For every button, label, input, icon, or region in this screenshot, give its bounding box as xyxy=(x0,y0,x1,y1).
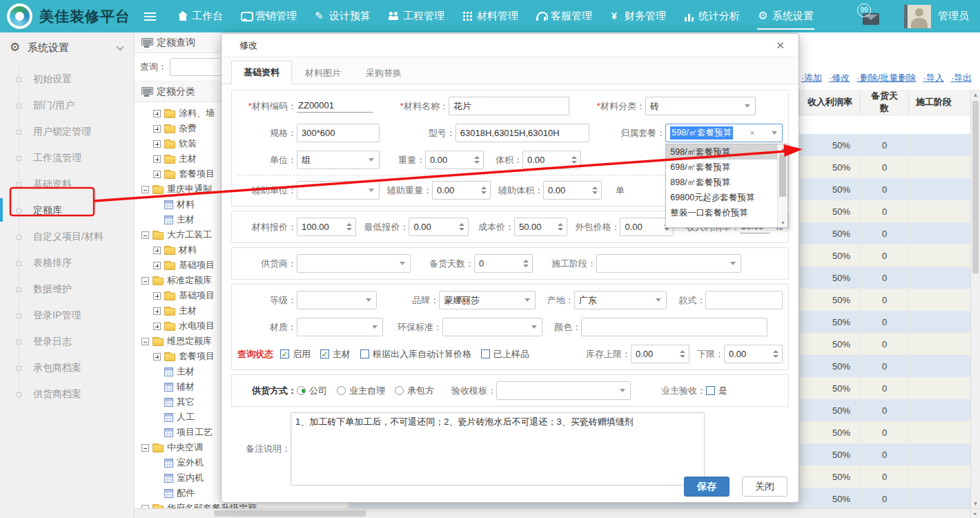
toolbar-link-导出[interactable]: ·导出 xyxy=(951,73,972,83)
owner-accept-checkbox[interactable] xyxy=(706,386,715,395)
sidebar-item-用户锁定管理[interactable]: 用户锁定管理 xyxy=(0,118,134,144)
expand-icon[interactable] xyxy=(153,323,161,330)
column-header-备货天数[interactable]: 备货天数 xyxy=(861,90,909,115)
collapse-icon[interactable] xyxy=(141,277,149,285)
weight-stepper[interactable]: 0.00 xyxy=(425,151,484,169)
radio-公司[interactable] xyxy=(297,386,306,395)
nav-item-统计分析[interactable]: 统计分析 xyxy=(675,0,749,32)
stepper-arrows-icon[interactable] xyxy=(471,156,483,164)
sidebar-item-基础资料[interactable]: 基础资料 xyxy=(0,171,134,197)
aux-unit-select[interactable] xyxy=(297,181,380,200)
scrollbar-thumb[interactable] xyxy=(214,510,366,517)
toolbar-link-导入[interactable]: ·导入 xyxy=(923,73,943,83)
scrollbar-thumb[interactable] xyxy=(972,101,979,274)
brand-select[interactable]: 蒙娜丽莎 xyxy=(439,291,535,309)
expand-icon[interactable] xyxy=(153,247,161,254)
stock-lower-stepper[interactable]: 0.00 xyxy=(724,345,783,363)
nav-item-客服管理[interactable]: 客服管理 xyxy=(527,0,601,32)
notifications[interactable]: 99 xyxy=(857,5,885,28)
column-header-施工阶段[interactable]: 施工阶段 xyxy=(909,90,971,115)
model-input[interactable]: 63018H,63015H,63010H xyxy=(455,124,590,142)
sidebar-item-部门/用户[interactable]: 部门/用户 xyxy=(0,92,134,118)
dropdown-option[interactable]: 整装一口套餐价预算 xyxy=(666,205,778,220)
sidebar-item-登录日志[interactable]: 登录日志 xyxy=(0,328,134,354)
stock-days-stepper[interactable]: 0 xyxy=(474,254,533,273)
aux-weight-stepper[interactable]: 0.00 xyxy=(432,181,491,200)
tab-材料图片[interactable]: 材料图片 xyxy=(293,62,353,84)
material-code-value[interactable]: ZZ00001 xyxy=(297,100,373,113)
dropdown-option[interactable]: 69800元起步套餐预算 xyxy=(666,190,778,205)
sidebar-item-初始设置[interactable]: 初始设置 xyxy=(0,66,134,92)
dropdown-option[interactable]: 698/㎡套餐预算 xyxy=(666,160,778,175)
close-icon[interactable]: ✕ xyxy=(776,39,785,52)
cost-stepper[interactable]: 50.00 xyxy=(514,218,567,236)
stepper-arrows-icon[interactable] xyxy=(455,223,468,231)
origin-select[interactable]: 广东 xyxy=(574,291,667,309)
close-button[interactable]: 关闭 xyxy=(742,477,787,497)
dropdown-option[interactable]: 598/㎡套餐预算 xyxy=(666,144,778,160)
stock-upper-stepper[interactable]: 0.00 xyxy=(631,345,689,363)
toolbar-link-添加[interactable]: ·添加 xyxy=(801,73,822,83)
color-input[interactable] xyxy=(581,318,767,336)
expand-icon[interactable] xyxy=(153,155,161,163)
stepper-arrows-icon[interactable] xyxy=(343,223,355,231)
material-name-input[interactable]: 花片 xyxy=(449,97,569,115)
scroll-up-icon[interactable]: ▲ xyxy=(778,144,787,153)
unit-select[interactable]: 组 xyxy=(297,151,380,169)
stepper-arrows-icon[interactable] xyxy=(676,350,689,358)
stepper-arrows-icon[interactable] xyxy=(554,223,567,231)
scroll-up-icon[interactable]: ▲ xyxy=(971,90,980,99)
scroll-down-icon[interactable]: ▼ xyxy=(971,499,980,508)
sidebar-item-定额库[interactable]: 定额库 xyxy=(0,197,134,223)
column-header-收入利润率[interactable]: 收入利润率 xyxy=(800,90,861,115)
sidebar-item-登录IP管理[interactable]: 登录IP管理 xyxy=(0,302,134,328)
expand-icon[interactable] xyxy=(153,140,161,148)
nav-item-设计预算[interactable]: 设计预算 xyxy=(306,0,380,32)
material-texture-select[interactable] xyxy=(297,318,383,336)
style-input[interactable] xyxy=(705,291,783,309)
username[interactable]: 管理员 xyxy=(938,10,969,23)
accept-template-select[interactable] xyxy=(496,381,631,400)
package-combobox[interactable]: 598/㎡套餐预算 × 598/㎡套餐预算698/㎡套餐预算898/㎡套餐预算6… xyxy=(665,124,783,142)
expand-icon[interactable] xyxy=(153,171,161,178)
checkbox-启用[interactable] xyxy=(280,349,289,358)
stepper-arrows-icon[interactable] xyxy=(589,186,601,194)
radio-承包方[interactable] xyxy=(395,386,404,395)
sidebar-item-自定义项目/材料[interactable]: 自定义项目/材料 xyxy=(0,223,134,249)
expand-icon[interactable] xyxy=(153,307,161,315)
collapse-icon[interactable] xyxy=(141,186,149,193)
dropdown-option[interactable]: 898/㎡套餐预算 xyxy=(666,175,778,190)
sidebar-header[interactable]: 系统设置 xyxy=(0,32,134,63)
quote-stepper[interactable]: 100.00 xyxy=(297,218,356,236)
radio-业主自理[interactable] xyxy=(337,386,346,395)
stage-select[interactable] xyxy=(596,254,741,273)
nav-item-营销管理[interactable]: 营销管理 xyxy=(232,0,306,32)
spec-input[interactable]: 300*600 xyxy=(297,124,380,142)
tab-采购替换[interactable]: 采购替换 xyxy=(354,62,413,84)
sidebar-item-数据维护[interactable]: 数据维护 xyxy=(0,276,134,302)
nav-item-工程管理[interactable]: 工程管理 xyxy=(380,0,453,32)
aux-volume-stepper[interactable]: 0.00 xyxy=(543,181,602,200)
sidebar-item-工作流管理[interactable]: 工作流管理 xyxy=(0,144,134,171)
dropdown-scrollbar[interactable]: ▲ ▼ xyxy=(777,144,787,227)
scrollbar-thumb[interactable] xyxy=(779,154,786,197)
remark-textarea[interactable] xyxy=(291,412,705,486)
table-vertical-scrollbar[interactable]: ▲ ▼ xyxy=(970,90,980,508)
save-button[interactable]: 保存 xyxy=(684,477,729,497)
grade-select[interactable] xyxy=(297,291,377,309)
stepper-arrows-icon[interactable] xyxy=(770,350,782,358)
supplier-select[interactable] xyxy=(297,254,411,273)
nav-item-系统设置[interactable]: 系统设置 xyxy=(749,0,823,32)
toolbar-link-修改[interactable]: ·修改 xyxy=(829,73,850,83)
toolbar-link-删除/批量删除[interactable]: ·删除/批量删除 xyxy=(856,73,916,83)
nav-item-财务管理[interactable]: 财务管理 xyxy=(601,0,675,32)
stepper-arrows-icon[interactable] xyxy=(568,156,580,164)
expand-icon[interactable] xyxy=(153,353,161,361)
scroll-right-icon[interactable]: ► xyxy=(970,508,980,518)
stepper-arrows-icon[interactable] xyxy=(520,260,532,267)
nav-item-材料管理[interactable]: 材料管理 xyxy=(453,0,527,32)
checkbox-已上样品[interactable] xyxy=(481,349,490,358)
hamburger-menu-icon[interactable] xyxy=(144,16,156,17)
avatar[interactable] xyxy=(908,5,931,28)
expand-icon[interactable] xyxy=(153,292,161,300)
